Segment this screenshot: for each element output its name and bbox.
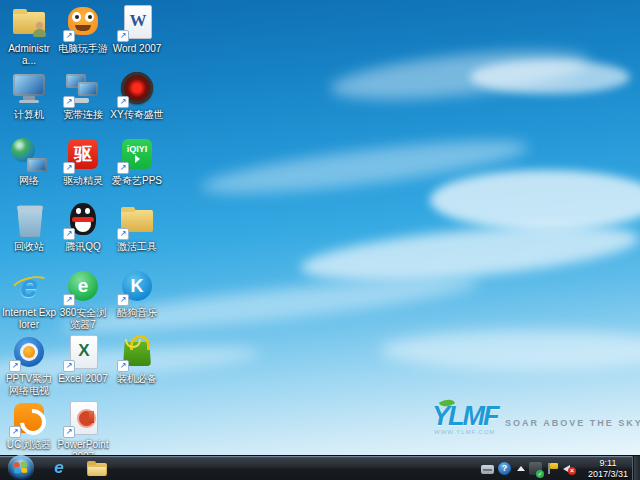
cloud (470, 60, 630, 94)
icon-label: 计算机 (2, 109, 56, 121)
desktop-screen: YLMF WWW.YLMF.COM SOAR ABOVE THE SKY Adm… (0, 0, 640, 480)
desktop-icon-excel-2007[interactable]: X ↗ Excel 2007 (56, 334, 110, 400)
shortcut-arrow-icon: ↗ (9, 426, 21, 438)
taskbar: e ? × 9:11 2017/3/31 (0, 455, 640, 480)
icon-label: PPTV聚力 网络电视 (2, 373, 56, 397)
desktop-icon-essential-software[interactable]: ↗ 装机必备 (110, 334, 164, 400)
network-icon (9, 136, 49, 174)
taskbar-clock[interactable]: 9:11 2017/3/31 (584, 458, 632, 480)
computer-icon (9, 70, 49, 108)
shortcut-arrow-icon: ↗ (117, 360, 129, 372)
show-desktop-button[interactable] (632, 456, 640, 480)
icon-label: Excel 2007 (56, 373, 110, 385)
desktop-icon-recycle-bin[interactable]: 回收站 (2, 202, 56, 268)
start-button[interactable] (8, 455, 34, 480)
pptv-icon: ↗ (9, 334, 49, 372)
security-status-icon[interactable] (529, 462, 542, 475)
excel-icon: X ↗ (63, 334, 103, 372)
desktop-icon-pptv[interactable]: ↗ PPTV聚力 网络电视 (2, 334, 56, 400)
icon-label: Word 2007 (110, 43, 164, 55)
shopping-bag-icon: ↗ (117, 334, 157, 372)
360-browser-icon: e ↗ (63, 268, 103, 306)
desktop-icon-word-2007[interactable]: W ↗ Word 2007 (110, 4, 164, 70)
taskbar-internet-explorer[interactable]: e (42, 456, 76, 480)
shortcut-arrow-icon: ↗ (63, 30, 75, 42)
shortcut-arrow-icon: ↗ (117, 294, 129, 306)
icon-label: Internet Explorer (2, 307, 56, 331)
shortcut-arrow-icon: ↗ (63, 228, 75, 240)
clock-date: 2017/3/31 (584, 469, 632, 480)
help-tray-icon[interactable]: ? (498, 462, 511, 475)
folder-icon (87, 461, 107, 476)
shortcut-arrow-icon: ↗ (63, 294, 75, 306)
icon-label: 腾讯QQ (56, 241, 110, 253)
xy-game-icon: ↗ (117, 70, 157, 108)
input-method-icon[interactable] (481, 465, 494, 474)
brand-tagline: SOAR ABOVE THE SKY (505, 418, 640, 428)
desktop-icon-driver-genius[interactable]: 驱 ↗ 驱动精灵 (56, 136, 110, 202)
desktop-icon-tencent-qq[interactable]: ↗ 腾讯QQ (56, 202, 110, 268)
icon-label: XY传奇盛世 (110, 109, 164, 121)
folder-icon: ↗ (117, 202, 157, 240)
icon-label: 激活工具 (110, 241, 164, 253)
ylmf-logo: YLMF WWW.YLMF.COM SOAR ABOVE THE SKY (432, 401, 622, 441)
taskbar-windows-explorer[interactable] (80, 456, 114, 480)
ie-icon: e (9, 268, 49, 306)
desktop-icon-computer[interactable]: 计算机 (2, 70, 56, 136)
shortcut-arrow-icon: ↗ (117, 162, 129, 174)
uc-browser-icon: ↗ (9, 400, 49, 438)
shortcut-arrow-icon: ↗ (63, 162, 75, 174)
shortcut-arrow-icon: ↗ (117, 228, 129, 240)
cloud (380, 330, 640, 370)
action-center-flag-icon[interactable] (546, 462, 558, 475)
driver-genius-icon: 驱 ↗ (63, 136, 103, 174)
desktop-icon-administrator[interactable]: Administra... (2, 4, 56, 70)
desktop-icon-kugou-music[interactable]: K ↗ 酷狗音乐 (110, 268, 164, 334)
icon-label: 爱奇艺PPS (110, 175, 164, 187)
icon-label: 宽带连接 (56, 109, 110, 121)
icon-label: 回收站 (2, 241, 56, 253)
broadband-icon: ↗ (63, 70, 103, 108)
clock-time: 9:11 (584, 458, 632, 469)
icon-label: UC浏览器 (2, 439, 56, 451)
system-tray: ? × 9:11 2017/3/31 (481, 456, 632, 480)
kugou-icon: K ↗ (117, 268, 157, 306)
desktop-icon-xy-legend[interactable]: ↗ XY传奇盛世 (110, 70, 164, 136)
show-hidden-icons-button[interactable] (515, 462, 525, 475)
shortcut-arrow-icon: ↗ (63, 426, 75, 438)
desktop-icon-iqiyi-pps[interactable]: iQIYI ↗ 爱奇艺PPS (110, 136, 164, 202)
desktop-icon-pc-play-mobile-games[interactable]: ↗ 电脑玩手游 (56, 4, 110, 70)
volume-muted-icon[interactable]: × (562, 462, 576, 475)
shortcut-arrow-icon: ↗ (63, 96, 75, 108)
desktop-icon-internet-explorer[interactable]: e Internet Explorer (2, 268, 56, 334)
windows-flag-icon (14, 462, 29, 475)
icon-label: 电脑玩手游 (56, 43, 110, 55)
iqiyi-icon: iQIYI ↗ (117, 136, 157, 174)
desktop-icon-network[interactable]: 网络 (2, 136, 56, 202)
brand-url: WWW.YLMF.COM (434, 429, 495, 435)
ie-icon: e (54, 458, 63, 478)
brand-text: YLMF (432, 401, 498, 431)
shortcut-arrow-icon: ↗ (117, 30, 129, 42)
desktop-icon-broadband[interactable]: ↗ 宽带连接 (56, 70, 110, 136)
icon-label: 360安全浏览器7 (56, 307, 110, 331)
icon-label: 驱动精灵 (56, 175, 110, 187)
shortcut-arrow-icon: ↗ (9, 360, 21, 372)
desktop-icon-activation-tools[interactable]: ↗ 激活工具 (110, 202, 164, 268)
recycle-bin-icon (9, 202, 49, 240)
icon-label: Administra... (2, 43, 56, 67)
powerpoint-icon: ↗ (63, 400, 103, 438)
qq-penguin-icon: ↗ (63, 202, 103, 240)
shortcut-arrow-icon: ↗ (117, 96, 129, 108)
monster-game-icon: ↗ (63, 4, 103, 42)
icon-label: 酷狗音乐 (110, 307, 164, 319)
shortcut-arrow-icon: ↗ (63, 360, 75, 372)
user-folder-icon (9, 4, 49, 42)
icon-label: 装机必备 (110, 373, 164, 385)
desktop-icon-grid: Administra... ↗ 电脑玩手游 W ↗ Word 2007 计算机 (2, 4, 164, 466)
cloud (430, 170, 640, 230)
icon-label: 网络 (2, 175, 56, 187)
word-icon: W ↗ (117, 4, 157, 42)
desktop-icon-360-browser[interactable]: e ↗ 360安全浏览器7 (56, 268, 110, 334)
